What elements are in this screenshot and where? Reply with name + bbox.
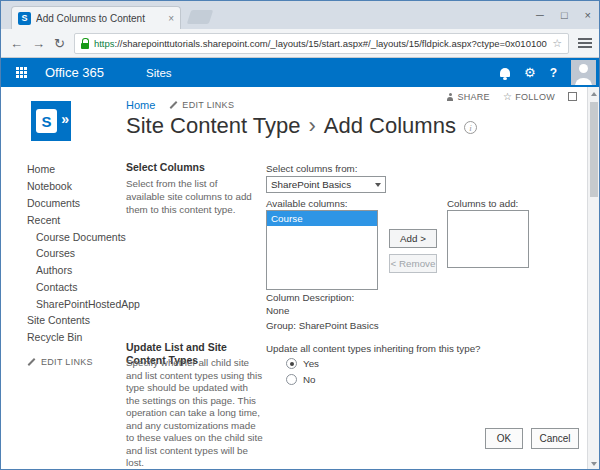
- office365-brand[interactable]: Office 365: [45, 65, 104, 80]
- available-column-item-course[interactable]: Course: [267, 211, 377, 226]
- edit-links-sidebar[interactable]: EDIT LINKS: [27, 357, 127, 367]
- url-rest: ://sharepointtutorials.sharepoint.com/_l…: [115, 38, 548, 49]
- tab-title: Add Columns to Content: [36, 13, 163, 24]
- edit-links-top[interactable]: EDIT LINKS: [169, 100, 234, 110]
- page-title-main: Site Content Type: [126, 113, 301, 139]
- radio-no-label: No: [303, 374, 316, 385]
- columns-to-add-listbox[interactable]: [447, 210, 529, 268]
- logo-chevron-icon: »: [61, 111, 69, 127]
- browser-titlebar: S Add Columns to Content × ─ □ ×: [1, 1, 600, 29]
- column-description-label: Column Description:: [266, 292, 354, 303]
- edit-links-label: EDIT LINKS: [182, 100, 234, 110]
- available-columns-label: Available columns:: [266, 198, 348, 209]
- ok-button[interactable]: OK: [485, 428, 523, 449]
- page-title-sub: Add Columns: [324, 113, 456, 139]
- sidebar-item-home[interactable]: Home: [27, 161, 127, 178]
- page-title: Site Content Type › Add Columns i: [126, 113, 477, 139]
- radio-yes[interactable]: [286, 358, 297, 369]
- pencil-icon: [28, 358, 36, 366]
- info-icon[interactable]: i: [464, 121, 477, 134]
- sharepoint-page: SHARE ☆ FOLLOW S » Home EDIT LINKS Site …: [1, 87, 600, 470]
- notifications-bell-icon[interactable]: [500, 68, 510, 77]
- sidebar-item-sharepointhostedapp[interactable]: SharePointHostedApp: [27, 295, 127, 312]
- sharepoint-site-logo[interactable]: S »: [31, 101, 71, 141]
- url-scheme: https: [94, 38, 115, 49]
- update-types-question: Update all content types inheriting from…: [266, 343, 481, 354]
- follow-button[interactable]: ☆ FOLLOW: [503, 91, 555, 102]
- add-button[interactable]: Add >: [389, 229, 437, 248]
- sidebar-item-authors[interactable]: Authors: [27, 262, 127, 279]
- window-minimize-icon[interactable]: ─: [536, 9, 544, 21]
- sidebar-item-recycle-bin[interactable]: Recycle Bin: [27, 329, 127, 346]
- select-columns-from-label: Select columns from:: [266, 163, 357, 174]
- app-launcher-icon[interactable]: [1, 58, 41, 87]
- column-group-text: Group: SharePoint Basics: [266, 320, 379, 331]
- edit-links-sidebar-label: EDIT LINKS: [41, 357, 93, 367]
- pencil-icon: [170, 101, 178, 109]
- padlock-icon: [81, 38, 89, 49]
- radio-row-no: No: [286, 374, 316, 385]
- available-columns-listbox[interactable]: Course: [266, 210, 378, 290]
- page-actions: SHARE ☆ FOLLOW: [446, 91, 577, 102]
- browser-window: S Add Columns to Content × ─ □ × ← → ↻ h…: [0, 0, 600, 470]
- address-bar[interactable]: https://sharepointtutorials.sharepoint.c…: [74, 33, 569, 54]
- select-columns-description: Select from the list of available site c…: [126, 177, 258, 216]
- logo-letter: S: [36, 109, 57, 133]
- suite-right-icons: ⚙ ?: [500, 60, 600, 85]
- column-group-selected-value: SharePoint Basics: [271, 179, 351, 190]
- sidebar-item-recent[interactable]: Recent: [27, 211, 127, 228]
- share-label: SHARE: [457, 92, 490, 102]
- follow-star-icon: ☆: [503, 91, 512, 102]
- forward-icon[interactable]: →: [32, 37, 45, 50]
- sidebar-item-documents[interactable]: Documents: [27, 195, 127, 212]
- column-description-value: None: [266, 305, 289, 316]
- bookmark-star-icon[interactable]: ☆: [552, 37, 562, 50]
- user-avatar[interactable]: [571, 60, 596, 85]
- radio-row-yes: Yes: [286, 358, 319, 369]
- refresh-icon[interactable]: ↻: [54, 37, 65, 50]
- scrollbar-up-icon[interactable]: [591, 92, 597, 96]
- scrollbar-thumb[interactable]: [590, 102, 598, 197]
- window-close-icon[interactable]: ×: [585, 9, 591, 21]
- sidebar-item-site-contents[interactable]: Site Contents: [27, 312, 127, 329]
- sidebar-item-course-documents[interactable]: Course Documents: [27, 228, 127, 245]
- suite-bar: Office 365 Sites ⚙ ?: [1, 58, 600, 87]
- focus-on-content-icon[interactable]: [568, 92, 577, 101]
- settings-gear-icon[interactable]: ⚙: [524, 66, 536, 79]
- radio-no[interactable]: [286, 374, 297, 385]
- window-maximize-icon[interactable]: □: [561, 9, 568, 21]
- column-group-dropdown[interactable]: SharePoint Basics: [266, 176, 386, 193]
- title-separator: ›: [309, 113, 316, 139]
- page-scrollbar[interactable]: [587, 87, 599, 470]
- browser-navbar: ← → ↻ https://sharepointtutorials.sharep…: [1, 29, 600, 58]
- cancel-button[interactable]: Cancel: [531, 428, 579, 449]
- share-button[interactable]: SHARE: [446, 92, 490, 102]
- quick-launch-nav: Home Notebook Documents Recent Course Do…: [27, 161, 127, 367]
- tab-close-icon[interactable]: ×: [168, 13, 174, 24]
- radio-yes-label: Yes: [303, 358, 319, 369]
- new-tab-button[interactable]: [187, 10, 214, 24]
- update-types-description: Specify whether all child site and list …: [126, 357, 264, 470]
- back-icon[interactable]: ←: [10, 37, 23, 50]
- scrollbar-down-icon[interactable]: [591, 462, 597, 466]
- breadcrumb-home-link[interactable]: Home: [126, 99, 155, 111]
- browser-tab[interactable]: S Add Columns to Content ×: [11, 6, 181, 29]
- breadcrumb: Home EDIT LINKS: [126, 99, 234, 111]
- suite-nav-sites[interactable]: Sites: [146, 67, 172, 79]
- columns-to-add-label: Columns to add:: [447, 198, 518, 209]
- share-person-icon: [446, 93, 454, 101]
- help-icon[interactable]: ?: [550, 66, 557, 80]
- browser-menu-icon[interactable]: [578, 38, 592, 48]
- sidebar-item-courses[interactable]: Courses: [27, 245, 127, 262]
- follow-label: FOLLOW: [515, 92, 555, 102]
- sidebar-item-notebook[interactable]: Notebook: [27, 178, 127, 195]
- select-columns-heading: Select Columns: [126, 161, 205, 174]
- sidebar-item-contacts[interactable]: Contacts: [27, 278, 127, 295]
- url-text: https://sharepointtutorials.sharepoint.c…: [94, 38, 547, 49]
- sharepoint-favicon-icon: S: [18, 12, 31, 25]
- chevron-down-icon: [375, 183, 381, 187]
- window-controls: ─ □ ×: [536, 1, 591, 29]
- remove-button[interactable]: < Remove: [389, 254, 437, 273]
